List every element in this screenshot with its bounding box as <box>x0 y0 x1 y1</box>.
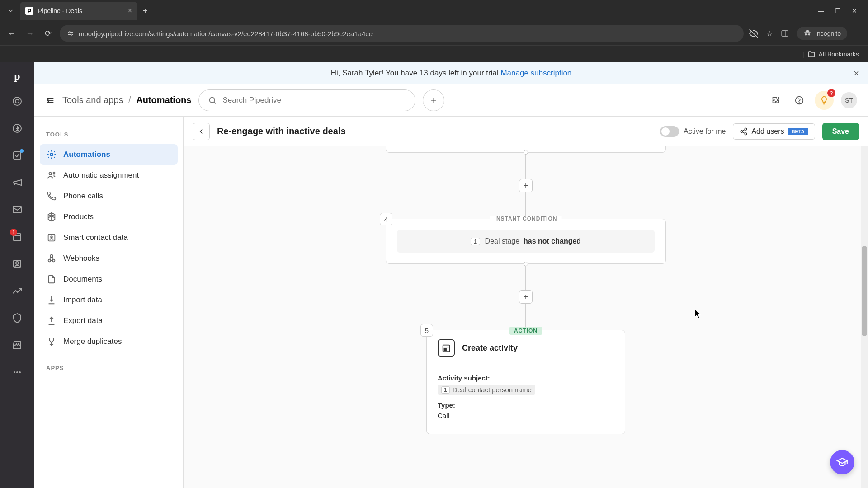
sidebar-item-products[interactable]: Products <box>40 206 178 227</box>
close-window-icon[interactable]: ✕ <box>852 7 857 14</box>
bookmarks-divider: | <box>802 51 804 58</box>
automation-title[interactable]: Re-engage with inactive deals <box>217 126 346 136</box>
sidebar-item-automatic-assignment[interactable]: Automatic assignment <box>40 165 178 186</box>
svg-point-18 <box>14 371 15 373</box>
calendar-activity-icon <box>438 339 455 357</box>
action-card[interactable]: 5 ACTION Create activity Activity sub <box>426 330 625 434</box>
previous-step-card[interactable] <box>386 146 666 153</box>
user-avatar[interactable]: ST <box>841 92 857 108</box>
save-button[interactable]: Save <box>822 123 859 140</box>
condition-summary: 1 Deal stage has not changed <box>397 230 655 253</box>
rail-activities-icon[interactable]: 1 <box>8 228 26 246</box>
back-icon[interactable]: ← <box>5 29 18 38</box>
sidebar-label: Import data <box>63 296 102 305</box>
automations-icon <box>46 150 57 160</box>
sidebar-label: Products <box>63 212 94 221</box>
maximize-icon[interactable]: ❐ <box>835 7 841 14</box>
learn-fab[interactable] <box>830 450 854 474</box>
sidebar-item-webhooks[interactable]: Webhooks <box>40 248 178 269</box>
products-icon <box>46 212 57 222</box>
search-field[interactable] <box>222 96 406 105</box>
scroll-thumb[interactable] <box>862 246 867 336</box>
sidebar-item-merge-duplicates[interactable]: Merge duplicates <box>40 331 178 352</box>
tab-list-dropdown[interactable] <box>4 4 18 18</box>
add-users-button[interactable]: Add users BETA <box>733 123 815 140</box>
incognito-badge[interactable]: Incognito <box>797 27 847 40</box>
eye-off-icon[interactable] <box>749 29 758 38</box>
rail-products-icon[interactable] <box>8 309 26 327</box>
sidebar-item-export-data[interactable]: Export data <box>40 310 178 331</box>
svg-point-3 <box>71 34 72 35</box>
forward-icon: → <box>24 29 36 38</box>
automation-canvas[interactable]: + 4 INSTANT CONDITION 1 Deal stage has n… <box>184 146 868 488</box>
search-icon <box>208 96 217 105</box>
back-button[interactable] <box>193 123 210 140</box>
svg-line-39 <box>743 129 745 131</box>
svg-line-25 <box>214 102 216 103</box>
side-panel-icon[interactable] <box>781 29 789 38</box>
add-step-button[interactable]: + <box>519 179 533 192</box>
quick-add-button[interactable]: + <box>423 89 444 111</box>
rail-leads-icon[interactable] <box>8 92 26 110</box>
condition-card[interactable]: 4 INSTANT CONDITION 1 Deal stage has not… <box>386 219 666 264</box>
pipedrive-favicon: P <box>25 7 33 15</box>
step-number: 4 <box>380 213 392 225</box>
svg-point-2 <box>69 32 71 33</box>
svg-rect-43 <box>444 348 446 351</box>
connector-dot <box>524 150 528 155</box>
rail-projects-icon[interactable] <box>8 146 26 164</box>
close-banner-icon[interactable]: × <box>854 68 859 79</box>
breadcrumb-sep: / <box>128 95 131 105</box>
pipedrive-logo[interactable]: p <box>10 69 24 83</box>
svg-point-36 <box>745 128 747 130</box>
url-text: moodjoy.pipedrive.com/settings/automatio… <box>79 30 373 38</box>
sidebar-item-import-data[interactable]: Import data <box>40 290 178 310</box>
documents-icon <box>46 274 57 284</box>
search-input[interactable] <box>198 89 415 111</box>
rail-deals-icon[interactable] <box>8 119 26 137</box>
rail-marketplace-icon[interactable] <box>8 336 26 354</box>
browser-tab[interactable]: P Pipeline - Deals × <box>20 2 137 20</box>
svg-point-30 <box>53 172 55 174</box>
reload-icon[interactable]: ⟳ <box>42 28 54 38</box>
collapse-sidebar-icon[interactable] <box>45 95 55 105</box>
rail-campaigns-icon[interactable] <box>8 174 26 192</box>
sidebar-label: Webhooks <box>63 254 99 263</box>
sidebar-item-automations[interactable]: Automations <box>40 144 178 165</box>
sidebar-item-phone-calls[interactable]: Phone calls <box>40 186 178 206</box>
close-tab-icon[interactable]: × <box>128 7 132 15</box>
assistant-badge: ? <box>827 89 835 97</box>
sidebar-item-documents[interactable]: Documents <box>40 269 178 290</box>
all-bookmarks-link[interactable]: All Bookmarks <box>819 51 859 58</box>
trial-text: Hi, Sarah Tyler! You have 13 days left i… <box>331 69 501 78</box>
step-number: 5 <box>420 324 433 337</box>
new-tab-button[interactable]: + <box>143 6 148 16</box>
import-icon <box>46 295 57 305</box>
rail-more-icon[interactable] <box>8 363 26 381</box>
webhooks-icon <box>46 253 57 263</box>
sidebar-heading-tools: TOOLS <box>40 127 178 144</box>
extensions-icon[interactable] <box>768 92 784 108</box>
manage-subscription-link[interactable]: Manage subscription <box>500 69 571 78</box>
site-settings-icon[interactable] <box>67 30 74 37</box>
action-title: Create activity <box>462 343 518 353</box>
rail-contacts-icon[interactable] <box>8 255 26 273</box>
bookmark-star-icon[interactable]: ☆ <box>766 29 773 38</box>
sidebar-item-smart-contact-data[interactable]: Smart contact data <box>40 227 178 248</box>
chrome-menu-icon[interactable]: ⋮ <box>855 29 863 38</box>
address-bar[interactable]: moodjoy.pipedrive.com/settings/automatio… <box>60 25 744 42</box>
vertical-scrollbar[interactable] <box>861 146 868 488</box>
minimize-icon[interactable]: — <box>818 7 824 14</box>
breadcrumb-parent[interactable]: Tools and apps <box>62 95 123 105</box>
sales-assistant-icon[interactable]: ? <box>815 91 834 110</box>
svg-rect-5 <box>782 31 788 36</box>
add-step-button[interactable]: + <box>519 290 533 304</box>
rail-mail-icon[interactable] <box>8 201 26 219</box>
toggle-label: Active for me <box>684 127 726 136</box>
sidebar-label: Documents <box>63 275 102 284</box>
help-icon[interactable] <box>791 92 807 108</box>
active-toggle[interactable] <box>660 126 679 137</box>
breadcrumb-current: Automations <box>136 95 191 105</box>
rail-insights-icon[interactable] <box>8 282 26 300</box>
reference-number: 1 <box>471 238 480 245</box>
